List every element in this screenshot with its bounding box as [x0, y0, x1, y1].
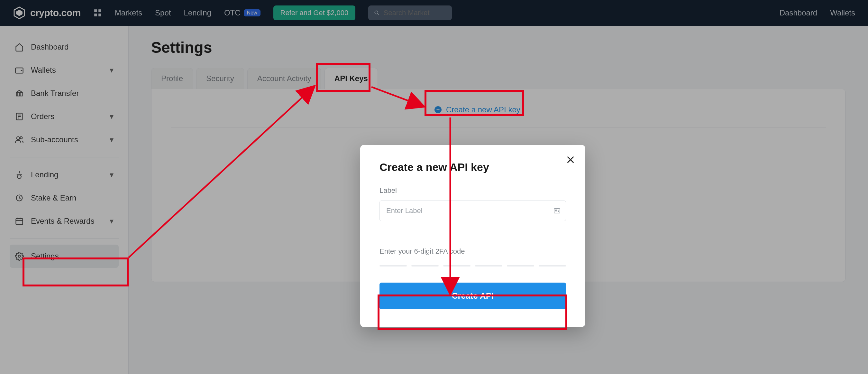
- sidebar-item-bank-transfer[interactable]: Bank Transfer: [10, 82, 119, 105]
- lending-icon: [15, 170, 24, 179]
- svg-point-25: [18, 255, 21, 258]
- nav-dashboard-link[interactable]: Dashboard: [780, 8, 817, 18]
- orders-icon: [15, 112, 24, 121]
- chevron-down-icon: ▾: [110, 135, 114, 144]
- tfa-digit[interactable]: [379, 265, 407, 266]
- tfa-digit[interactable]: [443, 265, 470, 266]
- sidebar: Dashboard Wallets ▾ Bank Transfer Orders…: [0, 26, 129, 374]
- search-icon: [374, 10, 379, 16]
- create-api-button[interactable]: Create API: [379, 283, 566, 309]
- tfa-code-input[interactable]: [379, 265, 566, 266]
- sidebar-item-sub-accounts[interactable]: Sub-accounts ▾: [10, 128, 119, 151]
- sidebar-item-orders[interactable]: Orders ▾: [10, 105, 119, 128]
- sidebar-item-events-rewards[interactable]: Events & Rewards ▾: [10, 209, 119, 233]
- users-icon: [15, 135, 24, 144]
- sidebar-item-label: Bank Transfer: [31, 89, 79, 98]
- brand[interactable]: crypto.com: [13, 6, 81, 19]
- bank-icon: [15, 89, 24, 98]
- modal-title: Create a new API key: [379, 161, 566, 173]
- tab-account-activity[interactable]: Account Activity: [247, 68, 321, 89]
- chevron-down-icon: ▾: [110, 112, 114, 121]
- svg-rect-2: [94, 9, 97, 12]
- search-box[interactable]: [368, 5, 452, 20]
- label-input[interactable]: [379, 201, 566, 221]
- chevron-down-icon: ▾: [110, 217, 114, 226]
- nav-markets[interactable]: Markets: [115, 8, 142, 18]
- brand-text: crypto.com: [30, 7, 81, 18]
- svg-marker-1: [16, 10, 23, 16]
- tfa-digit[interactable]: [411, 265, 439, 266]
- new-badge: New: [244, 9, 260, 17]
- tab-security[interactable]: Security: [196, 68, 244, 89]
- close-icon[interactable]: [565, 154, 576, 165]
- sidebar-item-lending[interactable]: Lending ▾: [10, 163, 119, 186]
- wallet-icon: [15, 66, 24, 75]
- nav-lending[interactable]: Lending: [184, 8, 211, 18]
- nav-otc[interactable]: OTC New: [224, 8, 260, 18]
- sidebar-item-wallets[interactable]: Wallets ▾: [10, 59, 119, 82]
- tfa-digit[interactable]: [507, 265, 534, 266]
- sidebar-item-label: Events & Rewards: [31, 217, 94, 226]
- modal-divider: [360, 234, 585, 234]
- svg-rect-21: [16, 219, 23, 225]
- svg-rect-4: [94, 13, 97, 17]
- nav-spot[interactable]: Spot: [155, 8, 171, 18]
- refer-button[interactable]: Refer and Get $2,000: [273, 5, 356, 20]
- label-field-label: Label: [379, 186, 566, 195]
- svg-point-6: [375, 10, 378, 14]
- plus-circle-icon: +: [434, 106, 441, 113]
- top-nav: crypto.com Markets Spot Lending OTC New …: [0, 0, 868, 26]
- sidebar-item-label: Stake & Earn: [31, 194, 76, 202]
- svg-rect-28: [554, 208, 560, 213]
- sidebar-divider: [10, 157, 119, 157]
- apps-grid-icon[interactable]: [94, 9, 102, 17]
- chevron-down-icon: ▾: [110, 170, 114, 179]
- calendar-icon: [15, 217, 24, 226]
- sidebar-item-label: Sub-accounts: [31, 135, 78, 144]
- tab-api-keys[interactable]: API Keys: [324, 68, 378, 89]
- svg-point-19: [18, 175, 21, 179]
- sidebar-item-label: Dashboard: [31, 42, 68, 52]
- svg-point-17: [17, 137, 20, 140]
- divider: [171, 127, 826, 127]
- create-api-key-modal: Create a new API key Label Enter your 6-…: [360, 145, 585, 327]
- create-api-key-label: Create a new API key: [446, 105, 520, 114]
- sidebar-divider: [10, 238, 119, 239]
- svg-line-7: [377, 13, 379, 15]
- tab-bar: Profile Security Account Activity API Ke…: [151, 68, 845, 89]
- contact-card-icon: [553, 207, 561, 215]
- tfa-digit[interactable]: [539, 265, 566, 266]
- chevron-down-icon: ▾: [110, 66, 114, 75]
- gear-icon: [15, 252, 24, 261]
- sidebar-item-label: Settings: [31, 252, 59, 261]
- create-api-key-link[interactable]: + Create a new API key: [434, 105, 826, 114]
- tab-profile[interactable]: Profile: [151, 68, 193, 89]
- tfa-digit[interactable]: [475, 265, 502, 266]
- sidebar-item-label: Wallets: [31, 66, 56, 75]
- sidebar-item-dashboard[interactable]: Dashboard: [10, 35, 119, 59]
- svg-point-18: [20, 137, 22, 139]
- svg-point-29: [555, 210, 557, 211]
- search-input[interactable]: [384, 9, 446, 17]
- sidebar-item-label: Lending: [31, 170, 58, 179]
- home-icon: [15, 42, 24, 52]
- nav-wallets-link[interactable]: Wallets: [830, 8, 855, 18]
- sidebar-item-settings[interactable]: Settings: [10, 244, 119, 268]
- brand-logo-icon: [13, 6, 26, 19]
- tfa-prompt: Enter your 6-digit 2FA code: [379, 247, 566, 256]
- sidebar-item-stake-earn[interactable]: Stake & Earn: [10, 186, 119, 209]
- svg-rect-3: [98, 9, 101, 12]
- stake-icon: [15, 194, 24, 202]
- page-title: Settings: [151, 39, 845, 56]
- svg-rect-5: [98, 13, 101, 17]
- sidebar-item-label: Orders: [31, 112, 54, 121]
